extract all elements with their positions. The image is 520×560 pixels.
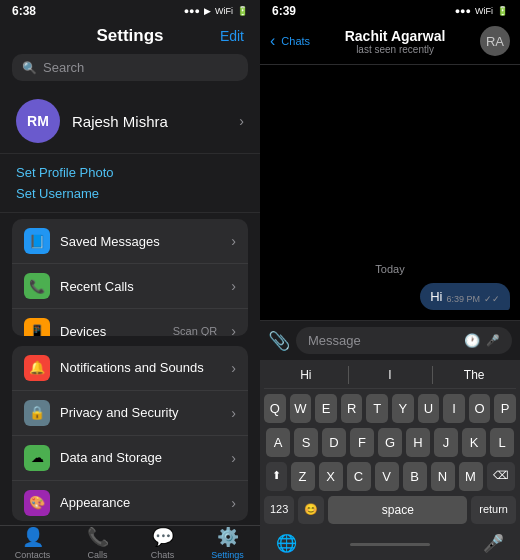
key-l[interactable]: L	[490, 428, 514, 457]
key-r[interactable]: R	[341, 394, 363, 423]
calls-tab-label: Calls	[87, 550, 107, 560]
tab-chats[interactable]: 💬 Chats	[130, 526, 195, 560]
keyboard-row-3: ⬆ Z X C V B N M ⌫	[264, 462, 516, 491]
devices-label: Devices	[60, 324, 163, 336]
chevron-icon: ›	[231, 450, 236, 466]
key-j[interactable]: J	[434, 428, 458, 457]
back-label[interactable]: Chats	[281, 35, 310, 47]
set-profile-photo-link[interactable]: Set Profile Photo	[16, 162, 244, 183]
key-d[interactable]: D	[322, 428, 346, 457]
space-key[interactable]: space	[328, 496, 467, 524]
input-placeholder: Message	[308, 333, 361, 348]
tab-settings[interactable]: ⚙️ Settings	[195, 526, 260, 560]
key-y[interactable]: Y	[392, 394, 414, 423]
key-b[interactable]: B	[403, 462, 427, 491]
recent-calls-icon: 📞	[24, 273, 50, 299]
data-storage-label: Data and Storage	[60, 450, 221, 465]
key-z[interactable]: Z	[291, 462, 315, 491]
message-text: Hi	[430, 289, 442, 304]
quick-word-i[interactable]: I	[348, 366, 432, 384]
key-x[interactable]: X	[319, 462, 343, 491]
key-n[interactable]: N	[431, 462, 455, 491]
set-username-link[interactable]: Set Username	[16, 183, 244, 204]
calls-tab-icon: 📞	[87, 526, 109, 548]
menu-item-data-storage[interactable]: ☁ Data and Storage ›	[12, 436, 248, 481]
key-o[interactable]: O	[469, 394, 491, 423]
key-u[interactable]: U	[418, 394, 440, 423]
contact-avatar[interactable]: RA	[480, 26, 510, 56]
menu-item-recent-calls[interactable]: 📞 Recent Calls ›	[12, 264, 248, 309]
back-button[interactable]: ‹	[270, 32, 275, 50]
privacy-icon: 🔒	[24, 400, 50, 426]
key-w[interactable]: W	[290, 394, 312, 423]
chevron-icon: ›	[231, 405, 236, 421]
chat-header-info: Rachit Agarwal last seen recently	[316, 28, 474, 55]
menu-item-notifications[interactable]: 🔔 Notifications and Sounds ›	[12, 346, 248, 391]
emoji-key[interactable]: 😊	[298, 496, 324, 524]
chat-panel: 6:39 ●●● WiFi 🔋 ‹ Chats Rachit Agarwal l…	[260, 0, 520, 560]
mic-bottom-icon[interactable]: 🎤	[483, 533, 504, 554]
message-input-row: 📎 Message 🕐 🎤	[260, 320, 520, 360]
key-e[interactable]: E	[315, 394, 337, 423]
chats-tab-icon: 💬	[152, 526, 174, 548]
key-a[interactable]: A	[266, 428, 290, 457]
menu-item-saved-messages[interactable]: 📘 Saved Messages ›	[12, 219, 248, 264]
tab-bar: 👤 Contacts 📞 Calls 💬 Chats ⚙️ Settings	[0, 525, 260, 560]
key-k[interactable]: K	[462, 428, 486, 457]
key-i[interactable]: I	[443, 394, 465, 423]
quick-word-hi[interactable]: Hi	[264, 366, 348, 384]
profile-name: Rajesh Mishra	[72, 113, 239, 130]
key-q[interactable]: Q	[264, 394, 286, 423]
key-m[interactable]: M	[459, 462, 483, 491]
notifications-icon: 🔔	[24, 355, 50, 381]
message-bubble: Hi 6:39 PM ✓✓	[420, 283, 510, 310]
data-storage-icon: ☁	[24, 445, 50, 471]
menu-item-privacy[interactable]: 🔒 Privacy and Security ›	[12, 391, 248, 436]
settings-title: Settings	[92, 26, 168, 46]
search-bar[interactable]: 🔍 Search	[12, 54, 248, 81]
return-key[interactable]: return	[471, 496, 516, 524]
key-p[interactable]: P	[494, 394, 516, 423]
status-icons-right: ●●● WiFi 🔋	[455, 6, 508, 16]
profile-section[interactable]: RM Rajesh Mishra ›	[0, 89, 260, 154]
message-input[interactable]: Message 🕐 🎤	[296, 327, 512, 354]
keyboard-row-4: 123 😊 space return	[264, 496, 516, 524]
backspace-key[interactable]: ⌫	[487, 462, 515, 491]
key-c[interactable]: C	[347, 462, 371, 491]
tab-calls[interactable]: 📞 Calls	[65, 526, 130, 560]
keyboard-row-1: Q W E R T Y U I O P	[264, 394, 516, 423]
key-g[interactable]: G	[378, 428, 402, 457]
avatar: RM	[16, 99, 60, 143]
clock-icon: 🕐	[464, 333, 480, 348]
settings-tab-label: Settings	[211, 550, 244, 560]
key-v[interactable]: V	[375, 462, 399, 491]
key-f[interactable]: F	[350, 428, 374, 457]
menu-item-appearance[interactable]: 🎨 Appearance ›	[12, 481, 248, 521]
key-s[interactable]: S	[294, 428, 318, 457]
mic-icon: 🎤	[486, 334, 500, 347]
shift-key[interactable]: ⬆	[266, 462, 287, 491]
contacts-tab-label: Contacts	[15, 550, 51, 560]
read-receipt-icon: ✓✓	[484, 294, 500, 304]
saved-messages-label: Saved Messages	[60, 234, 221, 249]
settings-panel: 6:38 ●●● ▶ WiFi 🔋 Settings Edit 🔍 Search…	[0, 0, 260, 560]
settings-tab-icon: ⚙️	[217, 526, 239, 548]
notifications-label: Notifications and Sounds	[60, 360, 221, 375]
num-key[interactable]: 123	[264, 496, 294, 524]
recent-calls-label: Recent Calls	[60, 279, 221, 294]
menu-item-devices[interactable]: 📱 Devices Scan QR ›	[12, 309, 248, 336]
appearance-icon: 🎨	[24, 490, 50, 516]
tab-contacts[interactable]: 👤 Contacts	[0, 526, 65, 560]
globe-icon[interactable]: 🌐	[276, 533, 297, 554]
key-t[interactable]: T	[366, 394, 388, 423]
profile-links: Set Profile Photo Set Username	[0, 154, 260, 213]
devices-badge: Scan QR	[173, 325, 218, 336]
chevron-icon: ›	[231, 233, 236, 249]
status-bar-left: 6:38 ●●● ▶ WiFi 🔋	[0, 0, 260, 22]
saved-messages-icon: 📘	[24, 228, 50, 254]
attach-icon[interactable]: 📎	[268, 330, 290, 352]
quick-word-the[interactable]: The	[432, 366, 516, 384]
chevron-icon: ›	[239, 113, 244, 129]
edit-button[interactable]: Edit	[168, 28, 244, 44]
key-h[interactable]: H	[406, 428, 430, 457]
